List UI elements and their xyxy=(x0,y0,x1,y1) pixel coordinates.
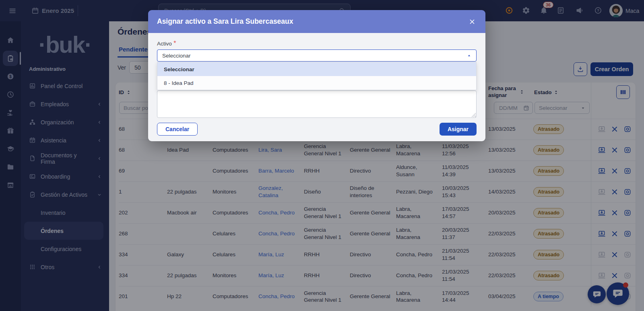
asset-dropdown: Seleccionar 8 - Idea Pad xyxy=(157,62,477,90)
dropdown-option-seleccionar[interactable]: Seleccionar xyxy=(157,62,476,76)
asset-select-value: Seleccionar xyxy=(162,53,191,59)
asset-select[interactable]: Seleccionar xyxy=(157,49,477,62)
dropdown-option-idea-pad[interactable]: 8 - Idea Pad xyxy=(157,76,476,90)
modal-header: Asignar activo a Sara Lira Subercaseaux xyxy=(148,10,485,33)
asset-select-wrap: Seleccionar Seleccionar 8 - Idea Pad xyxy=(157,49,477,62)
assign-button[interactable]: Asignar xyxy=(440,123,477,136)
app-root: Enero 2025 36 ? Maca $ ·buk· Administrat… xyxy=(0,0,644,311)
comment-area-wrap xyxy=(157,91,477,118)
assign-asset-modal: Asignar activo a Sara Lira Subercaseaux … xyxy=(148,10,485,141)
cancel-button[interactable]: Cancelar xyxy=(157,123,198,136)
close-icon[interactable] xyxy=(468,17,477,26)
modal-title: Asignar activo a Sara Lira Subercaseaux xyxy=(157,17,293,26)
modal-body: Activo * Seleccionar Seleccionar 8 - Ide… xyxy=(148,33,485,141)
comment-textarea[interactable] xyxy=(157,91,477,118)
modal-footer: Cancelar Asignar xyxy=(157,123,477,136)
asset-field-label: Activo xyxy=(157,41,172,47)
caret-up-icon xyxy=(467,54,471,58)
required-asterisk: * xyxy=(173,40,176,47)
